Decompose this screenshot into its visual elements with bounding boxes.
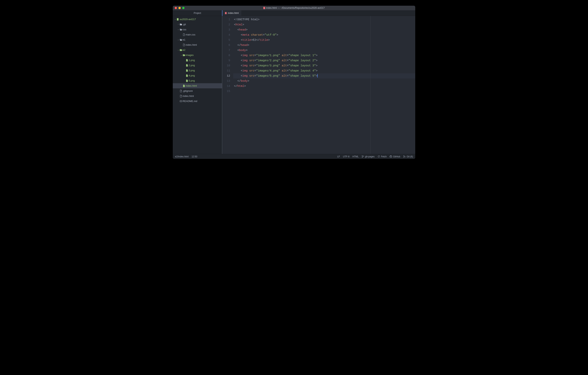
editor-window: index.html — ~/Documents/Repositories/su… — [173, 6, 415, 159]
code-line[interactable]: <img src="images/3.png" alt="shape layou… — [233, 63, 415, 68]
status-bar: e2/index.html 12:50 LF UTF-8 HTML gh-pag… — [173, 154, 415, 159]
file-icon — [185, 69, 189, 72]
tree-item-label: e2 — [183, 49, 185, 51]
close-window-button[interactable] — [175, 7, 177, 9]
sync-icon — [378, 155, 380, 158]
code-line[interactable]: <img src="images/4.png" alt="shape layou… — [233, 68, 415, 73]
tree-item-label: README.md — [183, 100, 197, 103]
tree-item-label: su2020-avt217 — [179, 18, 196, 21]
file-type-icon — [225, 12, 227, 14]
tree-item-su2020-avt217[interactable]: ⌄su2020-avt217 — [173, 17, 222, 22]
svg-rect-0 — [177, 18, 178, 20]
chevron-down-icon[interactable]: ⌄ — [177, 39, 179, 41]
code-line[interactable] — [233, 89, 415, 94]
chevron-down-icon[interactable]: ⌄ — [174, 18, 176, 20]
sidebar: Project ⌄su2020-avt217›.git⌄cssmain.css⌄… — [173, 10, 222, 154]
tab-label: index.html — [228, 12, 239, 14]
tree-item-label: 5.png — [189, 79, 195, 82]
tree-item-2-png[interactable]: 2.png — [173, 63, 222, 68]
chevron-down-icon[interactable]: ⌄ — [180, 54, 182, 56]
tree-item-label: 1.png — [189, 59, 195, 62]
tree-item-3-png[interactable]: 3.png — [173, 68, 222, 73]
file-icon — [182, 33, 186, 36]
status-encoding[interactable]: UTF-8 — [343, 155, 349, 158]
editor-pane: index.html 123456789101112131415 <!DOCTY… — [222, 10, 415, 154]
zoom-window-button[interactable] — [182, 7, 185, 9]
code-line[interactable]: <img src="images/5.png" alt="shape layou… — [233, 73, 415, 78]
status-fetch[interactable]: Fetch — [378, 155, 387, 158]
folder-closed-icon — [179, 23, 183, 26]
svg-point-4 — [404, 155, 404, 156]
tree-item-label: e1 — [183, 38, 185, 41]
code-line[interactable]: <!DOCTYPE html> — [233, 17, 415, 22]
window-title: index.html — ~/Documents/Repositories/su… — [266, 7, 325, 9]
tree-item-main-css[interactable]: main.css — [173, 32, 222, 37]
code-line[interactable]: <body> — [233, 48, 415, 53]
git-merge-icon — [403, 155, 406, 158]
folder-open-icon — [182, 54, 186, 56]
code-line[interactable]: <img src="images/2.png" alt="shape layou… — [233, 58, 415, 63]
svg-point-5 — [404, 157, 404, 157]
minimize-window-button[interactable] — [178, 7, 181, 9]
line-number: 1 — [222, 17, 230, 22]
tree-item-5-png[interactable]: 5.png — [173, 78, 222, 83]
code-line[interactable]: </body> — [233, 78, 415, 84]
line-number: 13 — [222, 78, 230, 84]
chevron-down-icon[interactable]: ⌄ — [177, 49, 179, 51]
tree-item--git[interactable]: ›.git — [173, 22, 222, 27]
tree-item-label: index.html — [186, 84, 197, 87]
readme-icon — [179, 100, 183, 103]
line-number: 14 — [222, 84, 230, 89]
folder-open-icon — [179, 38, 183, 41]
tree-item-e1[interactable]: ⌄e1 — [173, 37, 222, 42]
status-github[interactable]: GitHub — [390, 155, 400, 158]
code-line[interactable]: <meta charset="utf-8"> — [233, 33, 415, 38]
file-icon — [185, 64, 189, 67]
chevron-right-icon[interactable]: › — [177, 23, 179, 25]
status-language[interactable]: HTML — [353, 155, 359, 158]
code-area[interactable]: <!DOCTYPE html><html> <head> <meta chars… — [233, 16, 415, 154]
tree-item-4-png[interactable]: 4.png — [173, 73, 222, 78]
line-number: 11 — [222, 68, 230, 73]
status-file-path[interactable]: e2/index.html — [175, 155, 189, 158]
tree-item-images[interactable]: ⌄images — [173, 53, 222, 58]
tree-item-label: main.css — [186, 33, 195, 36]
titlebar[interactable]: index.html — ~/Documents/Repositories/su… — [173, 6, 415, 10]
line-number: 6 — [222, 43, 230, 48]
line-number: 9 — [222, 58, 230, 63]
code-line[interactable]: <head> — [233, 27, 415, 33]
code-editor[interactable]: 123456789101112131415 <!DOCTYPE html><ht… — [222, 16, 415, 154]
line-number: 15 — [222, 89, 230, 94]
tree-item-1-png[interactable]: 1.png — [173, 58, 222, 63]
tree-item-e2[interactable]: ⌄e2 — [173, 47, 222, 53]
tree-item--gitignore[interactable]: .gitignore — [173, 88, 222, 93]
editor-tab-index-html[interactable]: index.html — [222, 10, 241, 16]
status-branch[interactable]: gh-pages — [362, 155, 375, 158]
status-cursor-position[interactable]: 12:50 — [191, 155, 197, 158]
tree-item-index-html[interactable]: index.html — [173, 83, 222, 88]
tree-item-index-html[interactable]: index.html — [173, 42, 222, 47]
code-line[interactable]: <img src="images/1.png" alt="shape layou… — [233, 53, 415, 58]
text-cursor — [317, 74, 318, 77]
code-line[interactable]: <html> — [233, 22, 415, 27]
github-icon — [390, 155, 392, 158]
code-line[interactable]: <title>E2</title> — [233, 38, 415, 43]
chevron-down-icon[interactable]: ⌄ — [177, 28, 179, 30]
line-number: 7 — [222, 48, 230, 53]
folder-open-icon — [179, 28, 183, 31]
code-line[interactable]: </html> — [233, 84, 415, 89]
file-tree[interactable]: ⌄su2020-avt217›.git⌄cssmain.css⌄e1index.… — [173, 16, 222, 154]
status-git[interactable]: Git (6) — [403, 155, 413, 158]
status-line-ending[interactable]: LF — [337, 155, 340, 158]
code-line[interactable]: </head> — [233, 43, 415, 48]
file-icon — [179, 90, 183, 92]
folder-open-icon — [179, 49, 183, 51]
tree-item-index-html[interactable]: index.html — [173, 93, 222, 99]
file-icon — [185, 79, 189, 82]
tree-item-readme-md[interactable]: README.md — [173, 99, 222, 104]
tree-item-label: 2.png — [189, 64, 195, 67]
file-icon — [185, 74, 189, 77]
sidebar-tab-project[interactable]: Project — [173, 10, 222, 16]
tree-item-css[interactable]: ⌄css — [173, 27, 222, 32]
tree-item-label: .git — [183, 23, 186, 26]
